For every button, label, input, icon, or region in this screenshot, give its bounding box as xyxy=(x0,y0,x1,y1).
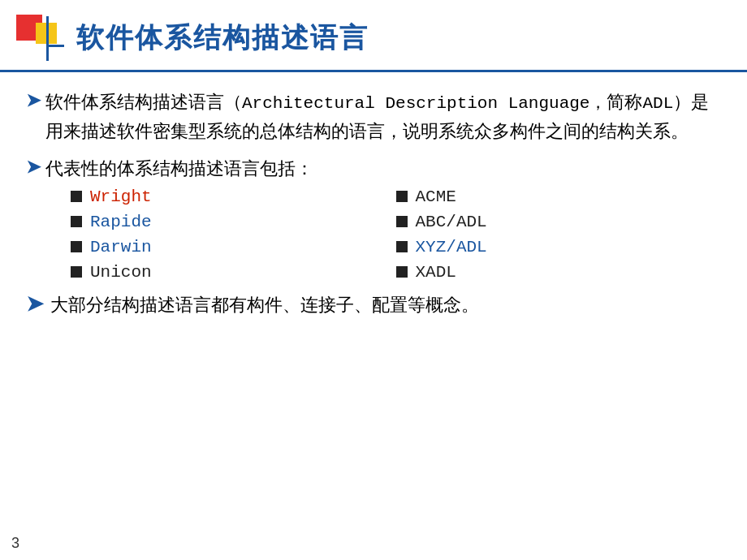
paragraph-1: ➤ 软件体系结构描述语言（Architectural Description L… xyxy=(26,88,721,145)
bullet-square xyxy=(71,241,82,252)
paragraph-1-text: 软件体系结构描述语言（Architectural Description Lan… xyxy=(45,88,721,145)
sublist-label-wright: Wright xyxy=(90,187,152,206)
paragraph-3-text: 大部分结构描述语言都有构件、连接子、配置等概念。 xyxy=(50,291,479,319)
logo-blue-vertical-line xyxy=(46,16,49,61)
list-item: Rapide xyxy=(71,213,396,231)
sublist-label-rapide: Rapide xyxy=(90,213,152,231)
list-item: Darwin xyxy=(71,238,396,256)
list-item: XADL xyxy=(396,263,722,282)
slide-title: 软件体系结构描述语言 xyxy=(76,19,369,57)
bullet-square xyxy=(396,216,408,227)
bullet-square xyxy=(71,191,82,202)
sublist-label-xadl: XADL xyxy=(416,263,456,282)
sublist-label-acme: ACME xyxy=(416,187,456,206)
sublist-label-xyzadl: XYZ/ADL xyxy=(416,238,487,256)
bullet-arrow-3: ➤ xyxy=(26,291,44,317)
bullet-arrow-2: ➤ xyxy=(26,157,41,178)
slide-content: ➤ 软件体系结构描述语言（Architectural Description L… xyxy=(0,72,747,327)
list-item: ACME xyxy=(396,187,722,206)
paragraph-1-bullet: ➤ 软件体系结构描述语言（Architectural Description L… xyxy=(26,88,721,145)
bullet-square xyxy=(71,266,82,278)
page-number: 3 xyxy=(11,535,19,552)
paragraph-2-bullet: ➤ 代表性的体系结构描述语言包括： xyxy=(26,155,721,183)
list-item: XYZ/ADL xyxy=(396,238,722,256)
list-item: Unicon xyxy=(71,263,396,282)
sublist-col-2: ACME ABC/ADL XYZ/ADL XADL xyxy=(396,187,722,282)
sublist-label-abcadl: ABC/ADL xyxy=(416,213,487,231)
sublist-container: Wright Rapide Darwin Unicon xyxy=(71,187,721,282)
logo-blue-horizontal-line xyxy=(46,45,64,47)
paragraph-2-text: 代表性的体系结构描述语言包括： xyxy=(45,155,313,183)
paragraph-3: ➤ 大部分结构描述语言都有构件、连接子、配置等概念。 xyxy=(26,291,721,319)
sublist-label-unicon: Unicon xyxy=(90,263,152,282)
slide-header: 软件体系结构描述语言 xyxy=(0,0,747,72)
list-item: Wright xyxy=(71,187,396,206)
bullet-square xyxy=(71,216,82,227)
paragraph-2: ➤ 代表性的体系结构描述语言包括： Wright Rapide Darwin xyxy=(26,155,721,282)
bullet-square xyxy=(396,266,408,278)
sublist-label-darwin: Darwin xyxy=(90,238,152,256)
bullet-arrow-1: ➤ xyxy=(26,90,41,111)
logo-block xyxy=(16,15,65,62)
bullet-square xyxy=(396,241,408,252)
bullet-square xyxy=(396,191,408,202)
list-item: ABC/ADL xyxy=(396,213,722,231)
sublist-col-1: Wright Rapide Darwin Unicon xyxy=(71,187,396,282)
